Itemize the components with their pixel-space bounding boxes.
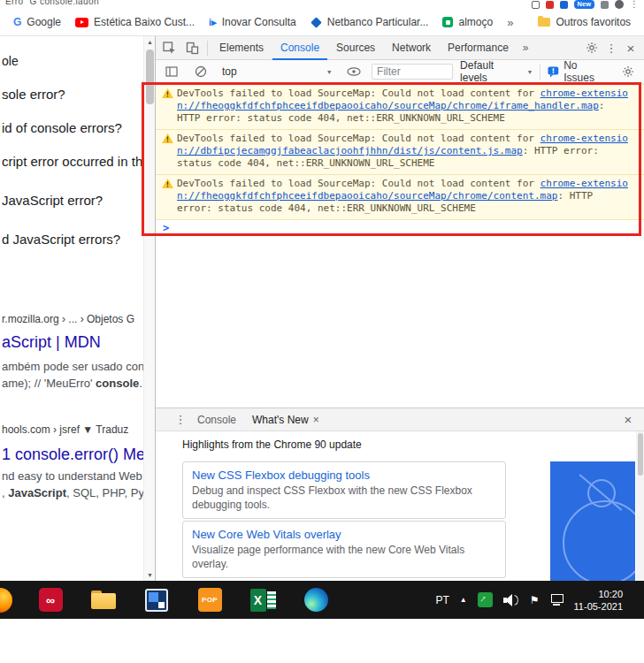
- chevron-down-icon: [527, 69, 533, 75]
- whats-new-card-body: Debug and inspect CSS Flexbox with the n…: [192, 484, 496, 512]
- devtools-menu-icon[interactable]: [602, 42, 620, 55]
- network-icon[interactable]: [550, 594, 564, 606]
- drawer-close-icon[interactable]: [617, 412, 639, 427]
- excel-taskbar-button[interactable]: [236, 581, 289, 619]
- console-settings-gear-icon[interactable]: [617, 61, 639, 83]
- clear-console-icon[interactable]: [190, 61, 212, 83]
- edge-taskbar-button[interactable]: [289, 581, 342, 619]
- extension-red-icon[interactable]: [546, 1, 554, 9]
- firefox-icon[interactable]: [0, 588, 12, 613]
- bookmark-netbanco[interactable]: Netbanco Particular...: [304, 13, 435, 31]
- result-title-link[interactable]: aScript | MDN: [2, 333, 101, 352]
- related-question[interactable]: sole error?: [2, 87, 65, 102]
- scrollbar-thumb[interactable]: [146, 50, 154, 104]
- volume-icon[interactable]: [503, 594, 519, 606]
- file-explorer-taskbar-button[interactable]: [77, 581, 130, 619]
- bookmark-almoco[interactable]: almoço: [436, 13, 499, 31]
- whats-new-card-link[interactable]: New Core Web Vitals overlay: [192, 528, 496, 541]
- related-question[interactable]: JavaScript error?: [2, 193, 103, 208]
- pop-icon: POP: [198, 588, 222, 612]
- extension-blue-icon[interactable]: [560, 1, 568, 9]
- device-toolbar-icon[interactable]: [181, 37, 203, 59]
- console-warning-message: DevTools failed to load SourceMap: Could…: [156, 130, 644, 175]
- related-question[interactable]: d JavaScript errors?: [2, 232, 120, 247]
- address-bar-text[interactable]: Erro "G console.lauon: [5, 0, 99, 6]
- almoco-favicon: [442, 17, 453, 27]
- pop-taskbar-button[interactable]: POP: [183, 581, 236, 619]
- new-badge[interactable]: New: [574, 0, 594, 9]
- search-results-page: ole sole error? id of console errors? cr…: [0, 36, 143, 581]
- extension-icon[interactable]: [532, 1, 540, 9]
- tab-performance[interactable]: Performance: [440, 36, 517, 60]
- related-question[interactable]: id of console errors?: [2, 120, 122, 135]
- bookmark-inovar[interactable]: Inovar Consulta: [203, 13, 303, 31]
- toolbar-extension-area: New: [532, 0, 639, 9]
- result-snippet: ambém pode ser usado con: [2, 360, 143, 373]
- devtools-close-icon[interactable]: [620, 41, 641, 56]
- extensions-puzzle-icon[interactable]: [601, 1, 609, 9]
- related-question[interactable]: cript error occurred in th: [2, 154, 142, 169]
- result-snippet: , JavaScript, SQL, PHP, Py: [2, 486, 143, 499]
- tab-console[interactable]: Console: [272, 36, 327, 60]
- drawer-menu-icon[interactable]: [172, 413, 189, 426]
- no-issues-button[interactable]: No Issues: [548, 59, 610, 84]
- bookmark-google[interactable]: G Google: [7, 13, 67, 31]
- acrobat-icon: [39, 588, 63, 612]
- more-tabs-chevron[interactable]: »: [518, 42, 534, 54]
- issues-icon: [548, 66, 559, 78]
- profile-avatar[interactable]: [615, 0, 624, 9]
- devtools-drawer: Console What's New Highlights from the C…: [156, 408, 644, 581]
- excel-icon: [250, 589, 276, 612]
- drawer-tabbar: Console What's New: [156, 408, 644, 431]
- other-favorites-folder[interactable]: Outros favoritos: [532, 13, 637, 31]
- inspect-element-icon[interactable]: [158, 37, 180, 59]
- drawer-tab-console[interactable]: Console: [189, 408, 244, 431]
- filter-input[interactable]: [372, 64, 453, 80]
- console-sidebar-icon[interactable]: [161, 61, 183, 83]
- tray-sync-icon[interactable]: [478, 592, 493, 607]
- tab-sources[interactable]: Sources: [328, 36, 383, 60]
- page-scrollbar[interactable]: [143, 36, 155, 581]
- bookmark-estetica[interactable]: Estética Baixo Cust...: [69, 13, 201, 31]
- language-indicator[interactable]: PT: [436, 594, 449, 606]
- taskbar-clock[interactable]: 10:20 11-05-2021: [574, 588, 623, 613]
- browser-topbar: Erro "G console.lauon New: [0, 0, 644, 9]
- acrobat-taskbar-button[interactable]: [24, 581, 77, 619]
- console-toolbar: top Default levels No Issues: [156, 60, 644, 84]
- folder-icon: [538, 18, 550, 27]
- file-explorer-icon: [91, 591, 116, 609]
- browser-menu-icon[interactable]: [630, 0, 639, 9]
- whats-new-card-link[interactable]: New CSS Flexbox debugging tools: [192, 469, 496, 482]
- app-window-taskbar-button[interactable]: [130, 581, 183, 619]
- result-title-link[interactable]: 1 console.error() Me: [2, 446, 143, 464]
- whats-new-heading: Highlights from the Chrome 90 update: [182, 438, 362, 451]
- chrome-update-artwork: [550, 461, 635, 581]
- bookmarks-overflow-chevron[interactable]: »: [501, 16, 519, 29]
- console-messages: DevTools failed to load SourceMap: Could…: [156, 84, 644, 237]
- whats-new-close-icon[interactable]: [313, 408, 319, 431]
- inovar-favicon: [209, 18, 217, 27]
- warning-icon: [162, 133, 173, 147]
- system-tray: PT 10:20 11-05-2021: [436, 581, 623, 619]
- drawer-scrollbar[interactable]: [636, 431, 644, 581]
- context-select[interactable]: top: [218, 65, 336, 78]
- bookmarks-bar: G Google Estética Baixo Cust... Inovar C…: [0, 9, 644, 36]
- toolbar-divider: [207, 41, 208, 56]
- tab-network[interactable]: Network: [384, 36, 439, 60]
- tab-elements[interactable]: Elements: [211, 36, 272, 60]
- log-levels-select[interactable]: Default levels: [460, 59, 533, 84]
- bookmark-label: Estética Baixo Cust...: [94, 16, 195, 28]
- console-warning-message: DevTools failed to load SourceMap: Could…: [156, 175, 644, 220]
- action-center-flag-icon[interactable]: [530, 594, 540, 606]
- hidden-icons-chevron[interactable]: [460, 596, 467, 604]
- google-favicon: G: [13, 17, 21, 27]
- scrollbar-thumb[interactable]: [638, 433, 643, 476]
- bookmark-label: Netbanco Particular...: [327, 16, 429, 28]
- devtools-panel: Elements Console Sources Network Perform…: [155, 36, 644, 581]
- other-favorites-label: Outros favoritos: [556, 16, 631, 28]
- drawer-tab-whats-new[interactable]: What's New: [244, 408, 327, 431]
- console-prompt[interactable]: [156, 220, 644, 237]
- page-text-fragment: ole: [2, 54, 19, 68]
- live-expression-eye-icon[interactable]: [343, 61, 365, 83]
- devtools-settings-gear-icon[interactable]: [580, 37, 602, 59]
